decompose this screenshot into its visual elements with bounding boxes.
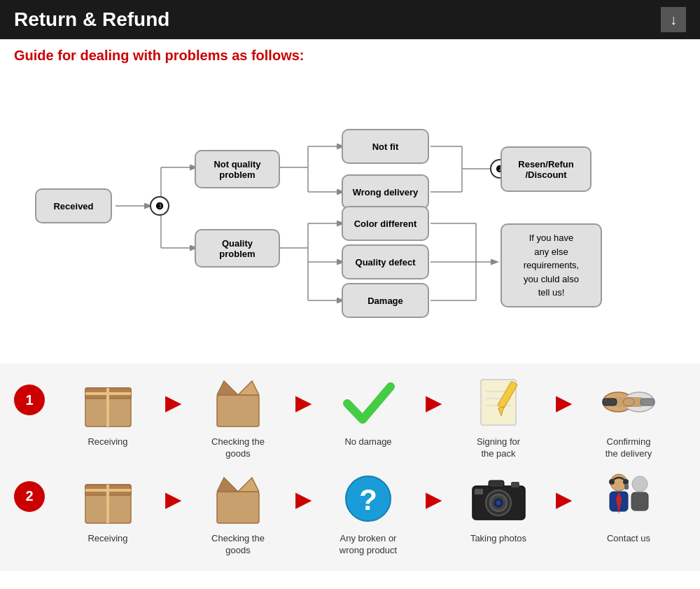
checking-1-icon (203, 370, 273, 434)
svg-point-58 (609, 479, 615, 485)
color-different-box: Color different (342, 206, 429, 241)
svg-rect-53 (489, 480, 504, 487)
arrow-1-2: ▶ (294, 391, 312, 415)
question-label: Any broken orwrong product (340, 533, 397, 557)
camera-icon (463, 467, 533, 530)
resen-refund-box: Resen/Refun/Discount (500, 146, 592, 192)
header: Return & Refund ↓ (0, 0, 700, 39)
step-signing: Signing forthe pack (442, 370, 554, 460)
guide-text: Guide for dealing with problems as follo… (0, 39, 700, 69)
process-num-1: 1 (14, 384, 45, 415)
received-box: Received (35, 188, 112, 223)
quality-defect-box: Quality defect (342, 244, 429, 279)
process-num-2: 2 (14, 481, 45, 512)
process-steps-1: Receiving ▶ Checking thegoods ▶ (52, 370, 686, 460)
checking-2-label: Checking thegoods (211, 533, 265, 557)
contact-icon (594, 467, 664, 530)
process-steps-2: Receiving ▶ Checking thegoods ▶ (52, 467, 686, 557)
header-title: Return & Refund (14, 8, 169, 31)
receiving-2-label: Receiving (88, 533, 127, 545)
step-receiving-2: Receiving (52, 467, 164, 545)
confirming-label: Confirmingthe delivery (606, 436, 652, 460)
svg-rect-38 (640, 399, 654, 406)
flowchart-container: Received ❸ Not qualityproblem Qualitypro… (14, 76, 686, 342)
arrow-1-4: ▶ (554, 391, 573, 415)
arrow-2-2: ▶ (294, 488, 312, 511)
signing-icon (463, 370, 533, 434)
svg-rect-55 (475, 489, 483, 494)
arrow-2-3: ▶ (424, 488, 442, 511)
svg-text:?: ? (359, 483, 377, 516)
receiving-1-icon (73, 370, 143, 434)
flowchart-section: Received ❸ Not qualityproblem Qualitypro… (0, 69, 700, 363)
arrow-1-1: ▶ (164, 391, 182, 415)
nodamage-label: No damage (344, 436, 391, 448)
svg-point-61 (632, 476, 648, 492)
not-quality-problem-box: Not qualityproblem (195, 150, 280, 188)
signing-label: Signing forthe pack (477, 436, 520, 460)
requirements-box: If you haveany elserequirements,you clul… (500, 223, 602, 307)
contact-label: Contact us (607, 533, 650, 545)
svg-point-52 (496, 501, 500, 505)
question-icon: ? (333, 467, 403, 530)
svg-rect-62 (631, 492, 648, 511)
checking-1-label: Checking thegoods (211, 436, 265, 460)
step-question: ? Any broken orwrong product (312, 467, 424, 557)
not-fit-box: Not fit (342, 129, 429, 164)
arrow-2-4: ▶ (554, 488, 573, 511)
step-camera: Taking photos (442, 467, 554, 545)
arrow-2-1: ▶ (164, 488, 182, 511)
step-contact: Contact us (573, 467, 685, 545)
process-row-1: 1 Receiving ▶ (14, 370, 686, 460)
step3-circle: ❸ (150, 196, 169, 216)
svg-rect-54 (511, 482, 519, 487)
nodamage-icon (333, 370, 403, 434)
checking-2-icon (203, 467, 273, 530)
quality-problem-box: Qualityproblem (195, 229, 280, 268)
svg-rect-60 (624, 484, 629, 490)
receiving-1-label: Receiving (88, 436, 127, 448)
step-nodamage: No damage (312, 370, 424, 448)
step-checking-1: Checking thegoods (182, 370, 294, 460)
process-row-2: 2 Receiving ▶ (14, 467, 686, 557)
step-receiving-1: Receiving (52, 370, 164, 448)
svg-point-39 (623, 398, 634, 406)
arrow-1-3: ▶ (424, 391, 442, 415)
wrong-delivery-box: Wrong delivery (342, 174, 429, 209)
damage-box: Damage (342, 283, 429, 318)
receiving-2-icon (73, 467, 143, 530)
step-checking-2: Checking thegoods (182, 467, 294, 557)
svg-rect-26 (217, 395, 259, 427)
process-section: 1 Receiving ▶ (0, 363, 700, 571)
svg-point-59 (623, 479, 629, 485)
header-arrow-icon: ↓ (661, 7, 686, 32)
svg-rect-44 (217, 492, 259, 523)
step-confirming: Confirmingthe delivery (573, 370, 685, 460)
confirming-icon (594, 370, 664, 434)
svg-rect-37 (603, 399, 617, 406)
camera-label: Taking photos (470, 533, 526, 545)
